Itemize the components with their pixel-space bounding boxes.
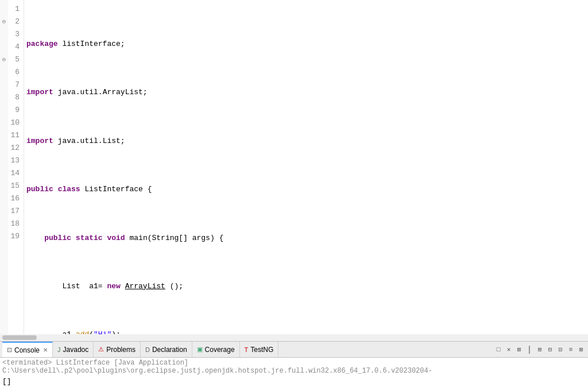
tab-console[interactable]: ⊡ Console ✕	[2, 342, 53, 357]
fold-indicator-12	[0, 141, 8, 154]
fold-indicator-13	[0, 154, 8, 167]
fold-indicator-9	[0, 103, 8, 116]
fold-indicator-18	[0, 217, 8, 230]
minimize-button[interactable]: □	[494, 345, 503, 354]
declaration-label: Declaration	[152, 346, 187, 354]
fold-indicator-7	[0, 78, 8, 91]
fold-indicator-5[interactable]: ⊖	[0, 53, 8, 65]
line-num-8: 8	[9, 91, 22, 103]
toolbar-btn-3[interactable]: ⊞	[535, 345, 544, 354]
coverage-icon: ▣	[197, 346, 203, 353]
fold-indicator-19	[0, 230, 8, 242]
toolbar-btn-6[interactable]: ≡	[566, 345, 575, 354]
bottom-panel: ⊡ Console ✕ J Javadoc ⚠ Problems D Decla…	[0, 341, 588, 387]
fold-indicator-4	[0, 40, 8, 53]
console-close-icon[interactable]: ✕	[43, 347, 48, 353]
tab-bar: ⊡ Console ✕ J Javadoc ⚠ Problems D Decla…	[0, 342, 588, 358]
horizontal-scrollbar[interactable]	[0, 334, 588, 341]
line-num-1: 1	[9, 2, 22, 15]
line-num-11: 11	[9, 129, 22, 141]
fold-indicator-11	[0, 129, 8, 141]
console-label: Console	[14, 346, 40, 354]
tab-declaration[interactable]: D Declaration	[141, 342, 192, 357]
line-num-15: 15	[9, 179, 22, 192]
toolbar-btn-1[interactable]: ⊠	[514, 345, 524, 354]
tab-javadoc[interactable]: J Javadoc	[53, 342, 94, 357]
fold-indicator-17	[0, 204, 8, 217]
coverage-label: Coverage	[205, 346, 235, 354]
line-num-7: 7	[9, 78, 22, 91]
fold-indicator-15	[0, 179, 8, 192]
line-num-10: 10	[9, 116, 22, 129]
javadoc-icon: J	[57, 346, 61, 353]
declaration-icon: D	[145, 346, 150, 353]
line-num-17: 17	[9, 204, 22, 217]
fold-indicator-3	[0, 28, 8, 40]
scrollbar-thumb[interactable]	[2, 335, 37, 340]
fold-indicators: ⊖ ⊖	[0, 0, 8, 334]
toolbar-btn-5[interactable]: ⊡	[556, 345, 565, 354]
fold-indicator-1	[0, 2, 8, 15]
console-result: []	[0, 376, 588, 387]
fold-indicator-2[interactable]: ⊖	[0, 15, 8, 28]
fold-indicator-16	[0, 192, 8, 204]
line-num-12: 12	[9, 141, 22, 154]
code-editor[interactable]: package listInterface; import java.util.…	[24, 0, 588, 334]
problems-icon: ⚠	[98, 346, 104, 353]
line-num-9: 9	[9, 103, 22, 116]
terminated-line: <terminated> ListInterface [Java Applica…	[0, 358, 588, 376]
fold-indicator-6	[0, 65, 8, 78]
toolbar-btn-7[interactable]: ⊠	[577, 345, 586, 354]
code-line-3: import java.util.List;	[24, 135, 588, 148]
line-num-5: 5	[9, 53, 22, 65]
fold-indicator-14	[0, 167, 8, 179]
tab-problems[interactable]: ⚠ Problems	[94, 342, 141, 357]
line-num-18: 18	[9, 217, 22, 230]
testng-icon: T	[245, 346, 249, 353]
line-num-13: 13	[9, 154, 22, 167]
toolbar-btn-2[interactable]: |	[525, 345, 534, 354]
tab-testng[interactable]: T TestNG	[240, 342, 279, 357]
console-output-area: <terminated> ListInterface [Java Applica…	[0, 358, 588, 387]
code-line-1: package listInterface;	[24, 38, 588, 51]
tab-coverage[interactable]: ▣ Coverage	[192, 342, 240, 357]
line-num-3: 3	[9, 28, 22, 40]
line-numbers: 1 2 3 4 5 6 7 8 9 10 11 12 13 14 15 16 1…	[8, 0, 24, 334]
close-view-button[interactable]: ✕	[504, 345, 513, 354]
tab-toolbar: □ ✕ ⊠ | ⊞ ⊟ ⊡ ≡ ⊠	[494, 345, 586, 354]
line-num-2: 2	[9, 15, 22, 28]
code-line-6: List a1= new ArrayList ();	[24, 280, 588, 293]
code-line-2: import java.util.ArrayList;	[24, 87, 588, 99]
line-num-14: 14	[9, 167, 22, 179]
javadoc-label: Javadoc	[63, 346, 89, 354]
fold-indicator-10	[0, 116, 8, 129]
line-num-4: 4	[9, 40, 22, 53]
fold-indicator-8	[0, 91, 8, 103]
line-num-19: 19	[9, 230, 22, 242]
code-line-7: a1.add("Hi");	[24, 329, 588, 334]
line-num-6: 6	[9, 65, 22, 78]
line-num-16: 16	[9, 192, 22, 204]
testng-label: TestNG	[250, 346, 273, 354]
editor-area: ⊖ ⊖ 1 2 3 4 5 6 7	[0, 0, 588, 334]
code-line-4: public class ListInterface {	[24, 184, 588, 196]
console-icon: ⊡	[7, 346, 12, 354]
code-line-5: public static void main(String[] args) {	[24, 232, 588, 245]
toolbar-btn-4[interactable]: ⊟	[546, 345, 555, 354]
problems-label: Problems	[106, 346, 136, 354]
